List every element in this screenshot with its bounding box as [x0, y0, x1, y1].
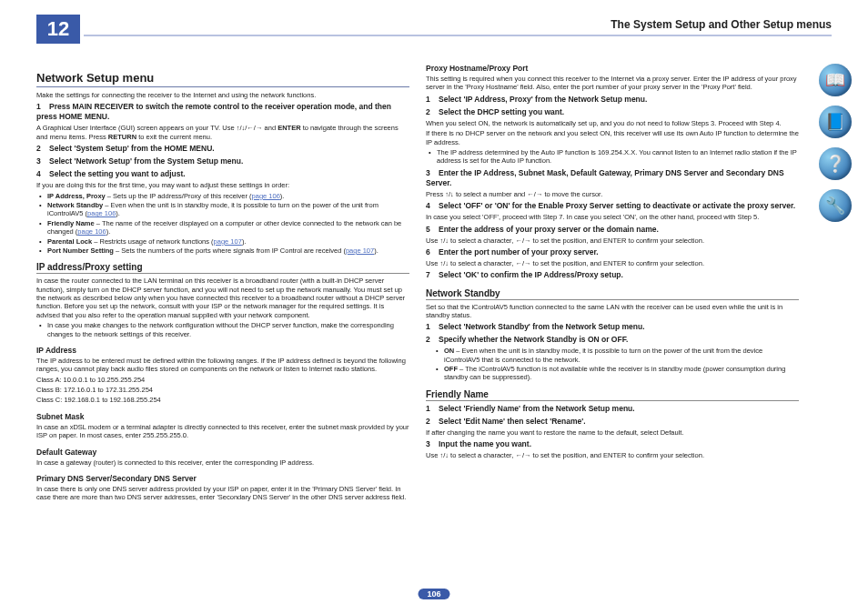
t: A Graphical User Interface (GUI) screen … [36, 124, 237, 132]
nstep-2: 2Specify whether the Network Standby is … [426, 335, 799, 345]
t: IP Address, Proxy [47, 192, 106, 200]
subnet-text: In case an xDSL modem or a terminal adap… [36, 423, 409, 440]
dns-text: In case there is only one DNS server add… [36, 485, 409, 502]
sidebar-icons: 📖 📘 ❔ 🔧 [819, 64, 855, 222]
fn-use: Use ↑/↓ to select a character, ←/→ to se… [426, 451, 799, 459]
class-c: Class C: 192.168.0.1 to 192.168.255.254 [36, 396, 409, 404]
t: Select 'System Setup' from the HOME MENU… [49, 144, 215, 153]
standby-text: Set so that the iControlAV5 function con… [426, 303, 799, 320]
t: Input the name you want. [439, 439, 531, 448]
list-item: The IP address determined by the Auto IP… [437, 148, 799, 166]
fn-note: If after changing the name you want to r… [426, 428, 799, 437]
off-note: In case you select 'OFF', proceed with S… [426, 213, 799, 221]
t: ). [116, 209, 120, 217]
t: ). [280, 192, 285, 200]
list-item: ONON – Even when the unit is in standby … [444, 347, 799, 364]
heading-ip-proxy: IP address/Proxy setting [36, 262, 409, 274]
t: Enter the IP Address, Subnet Mask, Defau… [426, 168, 784, 187]
book-icon[interactable]: 📖 [819, 64, 852, 96]
settings-list: IP Address, Proxy – Sets up the IP addre… [36, 192, 409, 256]
t: Select the setting you want to adjust. [49, 169, 186, 178]
link-page106[interactable]: page 106 [252, 192, 280, 200]
t: – Sets up the IP address/Proxy of this r… [106, 192, 252, 200]
link-page106[interactable]: page 106 [87, 209, 116, 217]
t: ). [242, 237, 247, 246]
heading-gateway: Default Gateway [36, 448, 409, 457]
heading-proxy-hostport: Proxy Hostname/Proxy Port [426, 64, 799, 73]
use-note-2: Use ↑/↓ to select a character, ←/→ to se… [426, 259, 799, 267]
t: – Restricts usage of network functions ( [92, 237, 213, 246]
heading-ipaddress: IP Address [36, 346, 409, 355]
firsttime-note: If you are doing this for the first time… [36, 181, 409, 189]
heading-subnet: Subnet Mask [36, 412, 409, 421]
list-item: In case you make changes to the network … [47, 321, 409, 338]
top-bar: 12 The System Setup and Other Setup menu… [36, 15, 832, 44]
nodhcp-note: If there is no DHCP server on the networ… [426, 129, 799, 146]
ipproxy-note-list: In case you make changes to the network … [36, 321, 409, 338]
return-label: RETURN [108, 133, 136, 141]
gui-note: A Graphical User Interface (GUI) screen … [36, 124, 409, 141]
list-item: IP Address, Proxy – Sets up the IP addre… [47, 192, 409, 200]
rstep-3: 3Enter the IP Address, Subnet Mask, Defa… [426, 168, 799, 188]
ipproxy-text: In case the router connected to the LAN … [36, 277, 409, 319]
t: ). [374, 247, 378, 255]
rstep-7: 7Select 'OK' to confirm the IP Address/P… [426, 270, 799, 280]
fstep-2: 2Select 'Edit Name' then select 'Rename'… [426, 417, 799, 427]
main-columns: Network Setup menu Make the settings for… [36, 64, 801, 504]
t: Select 'Network Standby' from the Networ… [439, 322, 645, 331]
t: Select 'Network Setup' from the System S… [49, 156, 243, 166]
rstep-4: 4Select 'OFF' or 'ON' for the Enable Pro… [426, 201, 799, 211]
enter-label: ENTER [278, 124, 300, 132]
t: Select 'Friendly Name' from the Network … [439, 404, 635, 413]
t: Port Number Setting [47, 247, 114, 255]
t: Enter the address of your proxy server o… [439, 225, 659, 234]
t: Select the DHCP setting you want. [439, 107, 564, 116]
t: Select 'OFF' or 'ON' for the Enable Prox… [439, 201, 795, 210]
rstep-2: 2Select the DHCP setting you want. [426, 107, 799, 117]
chapter-title: The System Setup and Other Setup menus [611, 18, 832, 31]
list-item: Parental Lock – Restricts usage of netwo… [47, 237, 409, 246]
intro-text: Make the settings for connecting the rec… [36, 91, 409, 99]
right-column: Proxy Hostname/Proxy Port This setting i… [426, 64, 799, 504]
t: Select 'Edit Name' then select 'Rename'. [439, 417, 586, 426]
rstep-1: 1Select 'IP Address, Proxy' from the Net… [426, 95, 799, 105]
nstep-1: 1Select 'Network Standby' from the Netwo… [426, 322, 799, 332]
standby-options: ONON – Even when the unit is in standby … [426, 347, 799, 382]
step-3: 3Select 'Network Setup' from the System … [36, 156, 409, 166]
footer-page-number: 106 [418, 589, 449, 599]
step-1: 1Press MAIN RECEIVER to switch the remot… [36, 102, 409, 122]
autoip-list: The IP address determined by the Auto IP… [426, 148, 799, 166]
glossary-icon[interactable]: 📘 [819, 106, 852, 138]
top-rule [84, 35, 832, 36]
help-icon[interactable]: ❔ [819, 147, 852, 180]
link-page107[interactable]: page 107 [214, 237, 242, 246]
t: – Sets the numbers of the ports where si… [114, 247, 346, 255]
t: Specify whether the Network Standby is O… [439, 335, 628, 344]
fstep-1: 1Select 'Friendly Name' from the Network… [426, 404, 799, 414]
chapter-number-box: 12 [36, 15, 80, 44]
list-item: Port Number Setting – Sets the numbers o… [47, 247, 409, 255]
step-4: 4Select the setting you want to adjust. [36, 169, 409, 179]
heading-network-standby: Network Standby [426, 288, 799, 300]
press-note: Press ↑/↓ to select a number and ←/→ to … [426, 190, 799, 198]
link-page107[interactable]: page 107 [346, 247, 374, 255]
t: Network Standby [47, 201, 103, 209]
arrow-icons: ↑/↓/←/→ [237, 124, 263, 132]
ipaddr-text: The IP address to be entered must be def… [36, 357, 409, 374]
heading-network-setup: Network Setup menu [36, 71, 409, 87]
fstep-3: 3Input the name you want. [426, 439, 799, 449]
left-column: Network Setup menu Make the settings for… [36, 64, 409, 504]
tools-icon[interactable]: 🔧 [819, 189, 852, 222]
gateway-text: In case a gateway (router) is connected … [36, 458, 409, 467]
heading-dns: Primary DNS Server/Secondary DNS Server [36, 474, 409, 483]
proxy-text: This setting is required when you connec… [426, 75, 799, 92]
rstep-6: 6Enter the port number of your proxy ser… [426, 247, 799, 257]
link-page106[interactable]: page 106 [77, 227, 106, 236]
heading-friendly-name: Friendly Name [426, 389, 799, 401]
t: and [262, 124, 278, 132]
list-item: OFFOFF – The iControlAV5 function is not… [444, 365, 799, 382]
list-item: Friendly Name – The name of the receiver… [47, 219, 409, 237]
use-note-1: Use ↑/↓ to select a character, ←/→ to se… [426, 237, 799, 245]
t: Select 'OK' to confirm the IP Address/Pr… [439, 270, 623, 279]
class-b: Class B: 172.16.0.1 to 172.31.255.254 [36, 386, 409, 394]
